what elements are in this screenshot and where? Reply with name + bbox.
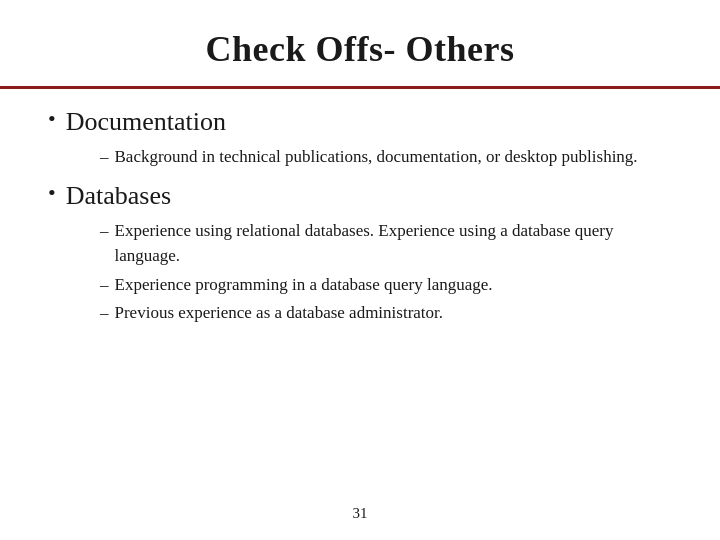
sub-dash-1: – bbox=[100, 145, 109, 170]
list-item: – Previous experience as a database admi… bbox=[100, 301, 672, 326]
page-number: 31 bbox=[0, 505, 720, 522]
bullet-databases: • Databases bbox=[48, 179, 672, 213]
sub-dash-3: – bbox=[100, 273, 109, 298]
list-item: – Background in technical publications, … bbox=[100, 145, 672, 170]
db-sub-text-2: Experience programming in a database que… bbox=[115, 273, 493, 298]
bullet-dot-1: • bbox=[48, 105, 56, 134]
slide-title: Check Offs- Others bbox=[40, 28, 680, 70]
bullet-dot-2: • bbox=[48, 179, 56, 208]
doc-sub-text-1: Background in technical publications, do… bbox=[115, 145, 638, 170]
slide: Check Offs- Others • Documentation – Bac… bbox=[0, 0, 720, 540]
list-item: – Experience using relational databases.… bbox=[100, 219, 672, 268]
section-label-documentation: Documentation bbox=[66, 105, 226, 139]
db-sub-text-1: Experience using relational databases. E… bbox=[115, 219, 673, 268]
documentation-sub-items: – Background in technical publications, … bbox=[48, 145, 672, 170]
sub-dash-2: – bbox=[100, 219, 109, 244]
header-area: Check Offs- Others bbox=[0, 0, 720, 78]
sub-dash-4: – bbox=[100, 301, 109, 326]
databases-sub-items: – Experience using relational databases.… bbox=[48, 219, 672, 326]
divider bbox=[0, 86, 720, 89]
list-item: – Experience programming in a database q… bbox=[100, 273, 672, 298]
section-label-databases: Databases bbox=[66, 179, 171, 213]
bullet-documentation: • Documentation bbox=[48, 105, 672, 139]
db-sub-text-3: Previous experience as a database admini… bbox=[115, 301, 444, 326]
content-area: • Documentation – Background in technica… bbox=[0, 105, 720, 326]
